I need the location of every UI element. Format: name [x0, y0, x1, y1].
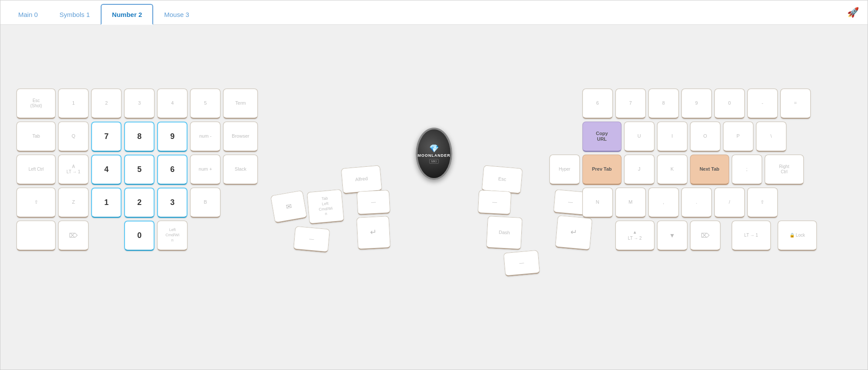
- key-r8[interactable]: 8: [648, 89, 679, 119]
- key-rthumb-dash1[interactable]: —: [477, 190, 511, 215]
- key-left-cmd[interactable]: LeftCmd/Win: [157, 221, 187, 251]
- key-4[interactable]: 4: [157, 89, 187, 119]
- left-thumb: Alfred ✉ TabLeftCmd/Win — ↵ —: [273, 167, 390, 288]
- key-rk[interactable]: K: [657, 155, 687, 185]
- tab-bar: Main 0 Symbols 1 Number 2 Mouse 3 🚀: [0, 0, 868, 25]
- key-prev-tab[interactable]: Prev Tab: [582, 155, 621, 185]
- key-2[interactable]: 2: [91, 89, 122, 119]
- key-q[interactable]: Q: [58, 122, 89, 152]
- tab-number[interactable]: Number 2: [101, 4, 153, 25]
- key-lt1-r[interactable]: LT → 1: [732, 221, 771, 251]
- key-5[interactable]: 5: [190, 89, 220, 119]
- key-ro[interactable]: O: [690, 122, 720, 152]
- key-thumb-dash1[interactable]: —: [357, 190, 391, 215]
- key-r9[interactable]: 9: [681, 89, 712, 119]
- key-r-minus[interactable]: -: [747, 89, 778, 119]
- key-email[interactable]: ✉: [270, 190, 307, 224]
- key-thumb-dash2[interactable]: —: [293, 226, 330, 253]
- key-tab[interactable]: Tab: [16, 122, 56, 152]
- key-5-num[interactable]: 5: [124, 155, 155, 185]
- key-r-semi[interactable]: ;: [732, 155, 762, 185]
- logo-name: MOONLANDER: [418, 153, 450, 159]
- logo-sub: MKI: [429, 159, 439, 164]
- key-del[interactable]: ⌦: [58, 221, 89, 251]
- key-rj[interactable]: J: [624, 155, 654, 185]
- key-term[interactable]: Term: [223, 89, 258, 119]
- tab-main[interactable]: Main 0: [7, 4, 49, 25]
- key-r-equals[interactable]: =: [780, 89, 811, 119]
- key-empty-l4[interactable]: [16, 221, 56, 251]
- rocket-icon[interactable]: 🚀: [847, 7, 859, 18]
- tab-symbols[interactable]: Symbols 1: [49, 4, 101, 25]
- key-r-period[interactable]: .: [681, 188, 712, 218]
- key-right-ctrl[interactable]: RightCtrl: [765, 155, 804, 185]
- key-rthumb-dash3[interactable]: —: [503, 250, 540, 277]
- key-browser[interactable]: Browser: [223, 122, 258, 152]
- key-3-num[interactable]: 3: [157, 188, 187, 218]
- key-ru[interactable]: U: [624, 122, 654, 152]
- key-r7[interactable]: 7: [615, 89, 646, 119]
- key-r-slash[interactable]: /: [714, 188, 745, 218]
- key-dash-label[interactable]: Dash: [486, 216, 523, 250]
- key-ri[interactable]: I: [657, 122, 687, 152]
- key-tab-lcmd[interactable]: TabLeftCmd/Win: [307, 189, 344, 225]
- key-7[interactable]: 7: [91, 122, 122, 152]
- key-0-num[interactable]: 0: [124, 221, 155, 251]
- key-lock[interactable]: 🔒 Lock: [778, 221, 817, 251]
- key-left-ctrl[interactable]: Left Ctrl: [16, 155, 56, 185]
- key-num-minus[interactable]: num -: [190, 122, 220, 152]
- key-6-num[interactable]: 6: [157, 155, 187, 185]
- key-rp[interactable]: P: [723, 122, 753, 152]
- key-rn[interactable]: N: [582, 188, 613, 218]
- key-down-arrow[interactable]: ▼: [657, 221, 687, 251]
- moonlander-logo: 💎 MOONLANDER MKI: [416, 128, 452, 180]
- key-hyper[interactable]: Hyper: [549, 155, 580, 185]
- key-1[interactable]: 1: [58, 89, 89, 119]
- key-rm[interactable]: M: [615, 188, 646, 218]
- key-del-r[interactable]: ⌦: [690, 221, 720, 251]
- key-esc-shot[interactable]: Esc(Shot): [16, 89, 56, 119]
- key-r-backslash[interactable]: \: [756, 122, 786, 152]
- tab-mouse[interactable]: Mouse 3: [153, 4, 200, 25]
- key-thumb-enter[interactable]: ↵: [356, 216, 391, 250]
- key-copy-url[interactable]: CopyURL: [582, 122, 621, 152]
- key-a-lt1[interactable]: ALT → 1: [58, 155, 89, 185]
- key-8[interactable]: 8: [124, 122, 155, 152]
- right-half: 6 7 8 9 0 - = CopyURL U I O P \ Prev Tab…: [582, 89, 852, 306]
- key-slack[interactable]: Slack: [223, 155, 258, 185]
- key-lt2[interactable]: ▲LT → 2: [615, 221, 654, 251]
- key-r-comma[interactable]: ,: [648, 188, 679, 218]
- tab-main-label: Main 0: [18, 11, 38, 18]
- right-thumb: Esc — — ↵ Dash —: [478, 167, 595, 288]
- key-shift-left[interactable]: ⇧: [16, 188, 56, 218]
- key-shift-right[interactable]: ⇧: [747, 188, 778, 218]
- key-next-tab[interactable]: Next Tab: [690, 155, 729, 185]
- key-4-num[interactable]: 4: [91, 155, 122, 185]
- tab-mouse-label: Mouse 3: [164, 11, 189, 18]
- key-num-plus[interactable]: num +: [190, 155, 220, 185]
- key-r6[interactable]: 6: [582, 89, 613, 119]
- key-z[interactable]: Z: [58, 188, 89, 218]
- keyboard-area: Esc(Shot) 1 2 3 4 5 Term Tab Q 7 8 9 num…: [0, 25, 868, 370]
- key-r0[interactable]: 0: [714, 89, 745, 119]
- left-half: Esc(Shot) 1 2 3 4 5 Term Tab Q 7 8 9 num…: [16, 89, 286, 306]
- tab-number-label: Number 2: [112, 11, 142, 18]
- key-1-num[interactable]: 1: [91, 188, 122, 218]
- app-container: Main 0 Symbols 1 Number 2 Mouse 3 🚀 Esc(…: [0, 0, 868, 370]
- key-9[interactable]: 9: [157, 122, 187, 152]
- key-b[interactable]: B: [190, 188, 220, 218]
- key-2-num[interactable]: 2: [124, 188, 155, 218]
- tab-symbols-label: Symbols 1: [59, 11, 90, 18]
- key-3[interactable]: 3: [124, 89, 155, 119]
